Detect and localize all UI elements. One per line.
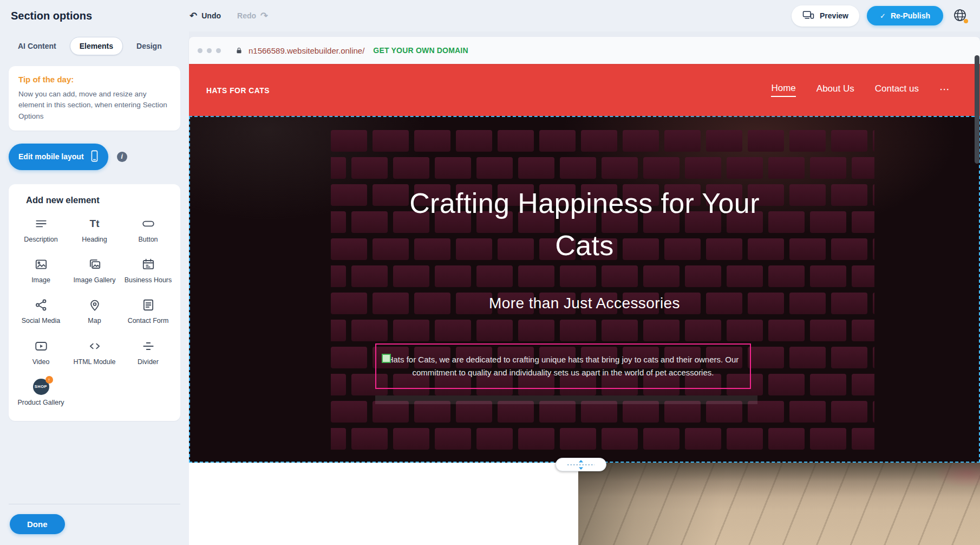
info-icon[interactable]: i (117, 152, 127, 162)
redo-label: Redo (237, 11, 256, 20)
image-icon (34, 257, 48, 272)
preview-button[interactable]: Preview (792, 5, 859, 27)
sidebar-divider (9, 504, 180, 504)
selected-text-element[interactable]: Hats for Cats, we are dedicated to craft… (375, 343, 751, 389)
description-icon (34, 216, 48, 231)
site-url[interactable]: n1566589.websitebuilder.online/ (249, 46, 364, 55)
page-title: Section options (11, 10, 190, 22)
nav-about-us[interactable]: About Us (816, 83, 854, 96)
phone-icon (90, 150, 99, 164)
map-icon (88, 297, 102, 313)
element-label: Business Hours (125, 276, 172, 284)
element-image-gallery[interactable]: Image Gallery (70, 257, 120, 284)
site-nav: Home About Us Contact us ⋯ (771, 83, 951, 98)
element-business-hours[interactable]: Business Hours (123, 257, 173, 284)
element-image[interactable]: Image (16, 257, 66, 284)
hero-section-selected[interactable]: Crafting Happiness for Your Cats More th… (189, 116, 980, 463)
hero-paragraph: Hats for Cats, we are dedicated to craft… (384, 353, 742, 379)
redo-icon: ↷ (260, 10, 268, 22)
republish-label: Re-Publish (891, 11, 930, 20)
scrollbar-thumb[interactable] (975, 55, 979, 164)
resize-arrows-icon (564, 459, 598, 471)
undo-label: Undo (201, 11, 221, 20)
contact-form-icon (141, 297, 155, 313)
language-globe-button[interactable] (951, 7, 969, 25)
hero-heading[interactable]: Crafting Happiness for Your Cats (189, 182, 980, 267)
nav-more[interactable]: ⋯ (939, 83, 951, 98)
element-video[interactable]: Video (16, 339, 66, 366)
pavement-photo (578, 463, 980, 545)
social-media-icon (34, 297, 48, 313)
check-icon: ✓ (880, 12, 886, 20)
mobile-layout-row: Edit mobile layout i (9, 144, 180, 170)
sidebar-tabs: AI Content Elements Design (9, 37, 180, 55)
heading-icon: Tt (90, 216, 100, 231)
image-gallery-icon (88, 257, 102, 272)
element-label: Heading (82, 235, 107, 244)
sidebar-footer: Done (9, 504, 180, 545)
edit-mobile-label: Edit mobile layout (18, 152, 84, 161)
window-dot (198, 48, 202, 53)
element-map[interactable]: Map (70, 297, 120, 325)
tab-ai-content[interactable]: AI Content (9, 37, 66, 55)
element-contact-form[interactable]: Contact Form (123, 297, 173, 325)
history-controls: ↶ Undo Redo ↷ (190, 10, 268, 22)
preview-label: Preview (820, 11, 848, 20)
republish-button[interactable]: ✓ Re-Publish (867, 6, 943, 25)
element-button[interactable]: Button (123, 216, 173, 244)
lock-icon (235, 46, 243, 55)
site-header[interactable]: HATS FOR CATS Home About Us Contact us ⋯ (189, 64, 980, 116)
element-html-module[interactable]: HTML Module (70, 339, 120, 366)
hero-subheading[interactable]: More than Just Accessories (189, 295, 980, 312)
nav-home[interactable]: Home (771, 83, 795, 97)
divider-icon (141, 339, 155, 354)
tip-title: Tip of the day: (18, 75, 171, 84)
business-hours-icon (141, 257, 155, 272)
site-logo[interactable]: HATS FOR CATS (206, 86, 270, 95)
button-icon (141, 216, 155, 231)
done-button[interactable]: Done (10, 514, 65, 534)
element-label: Video (32, 358, 50, 366)
element-label: Description (24, 235, 58, 244)
undo-button[interactable]: ↶ Undo (190, 10, 221, 22)
editor-canvas: n1566589.websitebuilder.online/ GET YOUR… (189, 31, 980, 545)
tip-body: Now you can add, move and resize any ele… (18, 89, 171, 122)
hover-highlight-strip (375, 395, 757, 404)
element-drag-handle[interactable] (382, 354, 391, 363)
website-builder-app: Section options ↶ Undo Redo ↷ P (0, 0, 980, 545)
redo-button[interactable]: Redo ↷ (237, 10, 268, 22)
edit-mobile-layout-button[interactable]: Edit mobile layout (9, 144, 108, 170)
tip-card: Tip of the day: Now you can add, move an… (9, 66, 180, 131)
element-label: Product Gallery (17, 398, 64, 407)
video-icon (34, 339, 48, 354)
site-preview: HATS FOR CATS Home About Us Contact us ⋯… (189, 64, 980, 545)
next-section[interactable] (189, 463, 980, 545)
element-label: Contact Form (128, 316, 169, 325)
hero-heading-text: Crafting Happiness for Your Cats (409, 182, 761, 267)
preview-devices-icon (802, 10, 814, 22)
element-divider[interactable]: Divider (123, 339, 173, 366)
undo-icon: ↶ (190, 10, 197, 22)
add-element-panel: Add new element Description Tt Heading (9, 184, 180, 421)
element-product-gallery[interactable]: SHOP ↑ Product Gallery (16, 379, 66, 407)
topbar: Section options ↶ Undo Redo ↷ P (0, 0, 980, 31)
brick-pattern (331, 130, 874, 455)
add-element-title: Add new element (26, 195, 174, 205)
sidebar: AI Content Elements Design Tip of the da… (0, 31, 189, 545)
element-grid: Description Tt Heading Button (15, 216, 174, 407)
html-module-icon (88, 339, 102, 354)
section-resize-handle[interactable] (556, 458, 606, 471)
element-social-media[interactable]: Social Media (16, 297, 66, 325)
upgrade-badge-icon: ↑ (45, 376, 53, 384)
element-description[interactable]: Description (16, 216, 66, 244)
element-label: Image Gallery (74, 276, 116, 284)
tab-design[interactable]: Design (127, 37, 171, 55)
element-label: Image (31, 276, 50, 284)
nav-contact-us[interactable]: Contact us (875, 83, 919, 96)
notification-dot (964, 19, 968, 23)
element-label: Map (88, 316, 101, 325)
get-domain-link[interactable]: GET YOUR OWN DOMAIN (373, 46, 468, 55)
element-heading[interactable]: Tt Heading (70, 216, 120, 244)
browser-chrome: n1566589.websitebuilder.online/ GET YOUR… (189, 37, 980, 64)
tab-elements[interactable]: Elements (70, 37, 123, 55)
